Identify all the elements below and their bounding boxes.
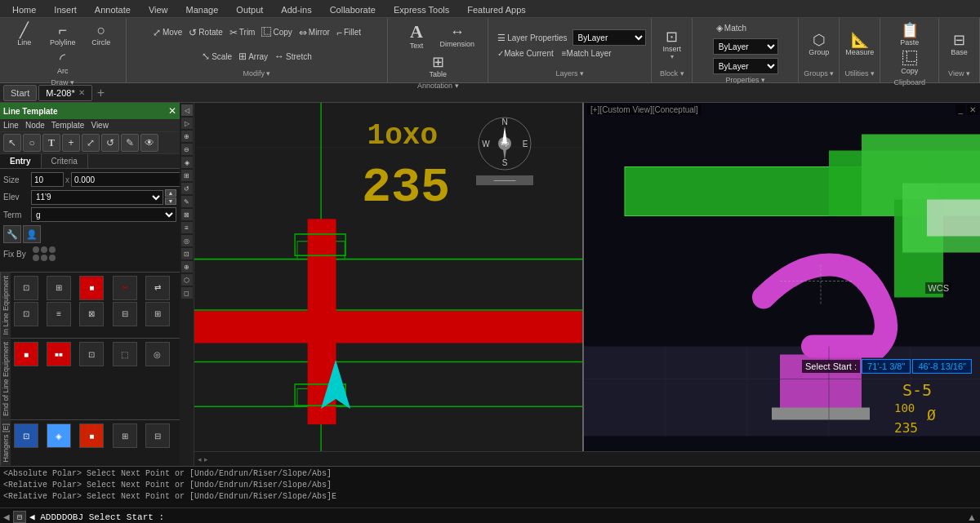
doc-tab-close-icon[interactable]: ✕ (78, 88, 85, 97)
polyline-button[interactable]: ⌐ Polyline (44, 21, 81, 48)
tab-output[interactable]: Output (227, 2, 272, 17)
groups-dropdown[interactable]: ▾ (830, 69, 834, 78)
equip-item-7[interactable]: ≡ (47, 302, 71, 326)
edge-icon-7[interactable]: ↺ (181, 183, 193, 194)
fix-dot-4[interactable] (33, 255, 39, 261)
menu-line[interactable]: Line (3, 121, 19, 130)
end-equip-4[interactable]: ⬚ (113, 342, 137, 366)
tb-refresh-btn[interactable]: ↺ (101, 134, 119, 152)
mirror-button[interactable]: ⇔Mirror (296, 26, 332, 39)
array-button[interactable]: ⊞Array (236, 50, 270, 63)
scale-button[interactable]: ⤡Scale (199, 50, 234, 63)
edge-icon-8[interactable]: ✎ (181, 196, 193, 207)
tab-view[interactable]: View (140, 2, 177, 17)
layer-properties-button[interactable]: ☰ Layer Properties (494, 31, 570, 45)
edge-icon-3[interactable]: ⊕ (181, 131, 193, 142)
layers-dropdown[interactable]: ▾ (580, 69, 584, 78)
arc-button[interactable]: ◜ Arc (44, 50, 81, 77)
modify-dropdown[interactable]: ▾ (266, 69, 270, 78)
hanger-4[interactable]: ⊞ (113, 423, 137, 448)
elev-up-btn[interactable]: ▲ (165, 189, 176, 197)
hanger-3[interactable]: ■ (79, 423, 104, 448)
annotation-dropdown[interactable]: ▾ (455, 82, 459, 90)
tab-annotate[interactable]: Annotate (86, 2, 140, 17)
fillet-button[interactable]: ⌐Fillet (334, 26, 363, 39)
tb-select-btn[interactable]: ↖ (3, 134, 21, 152)
stretch-button[interactable]: ↔Stretch (272, 50, 314, 63)
edge-icon-10[interactable]: ≡ (181, 222, 193, 233)
edge-icon-1[interactable]: ◁ (181, 104, 193, 116)
edge-icon-9[interactable]: ⊠ (181, 209, 193, 220)
fix-dot-1[interactable] (33, 246, 39, 253)
equip-item-2[interactable]: ⊞ (47, 276, 71, 300)
size-input[interactable] (31, 172, 64, 187)
canvas-2d[interactable]: 1oxo 235 N S W E top (194, 103, 584, 451)
table-button[interactable]: ⊞ Table (420, 53, 457, 80)
doc-tab-add-button[interactable]: + (94, 86, 108, 100)
fix-dot-3[interactable] (49, 246, 56, 253)
elev-down-btn[interactable]: ▼ (165, 197, 176, 205)
equip-item-1[interactable]: ⊡ (14, 276, 38, 300)
fix-dot-6[interactable] (49, 255, 56, 261)
equip-item-9[interactable]: ⊟ (113, 302, 137, 326)
tab-express[interactable]: Express Tools (385, 2, 458, 17)
tb-move-btn[interactable]: ⤢ (82, 134, 100, 152)
edge-icon-6[interactable]: ⊞ (181, 170, 193, 181)
tab-featured[interactable]: Featured Apps (458, 2, 535, 17)
doc-tab-m208[interactable]: M-208* ✕ (38, 85, 91, 101)
end-equip-5[interactable]: ◎ (145, 342, 170, 366)
tb-circle-btn[interactable]: ○ (23, 134, 41, 152)
equip-item-5[interactable]: ⇄ (145, 276, 170, 300)
hanger-1[interactable]: ⊡ (14, 423, 38, 448)
edge-icon-12[interactable]: ⊡ (181, 248, 193, 259)
match-layer-button[interactable]: ≡Match Layer (559, 47, 615, 60)
tab-entry[interactable]: Entry (0, 154, 42, 168)
base-button[interactable]: ⊟ Base (941, 31, 978, 58)
line-button[interactable]: ╱ Line (6, 21, 42, 48)
circle-button[interactable]: ○ Circle (82, 21, 119, 48)
edge-icon-11[interactable]: ◎ (181, 235, 193, 246)
edge-icon-2[interactable]: ▷ (181, 117, 193, 129)
view-dropdown[interactable]: ▾ (966, 69, 970, 78)
tb-view-btn[interactable]: 👁 (140, 134, 158, 152)
menu-template[interactable]: Template (51, 121, 85, 130)
paste-button[interactable]: 📋 Paste (891, 21, 928, 48)
measure-button[interactable]: 📐 Measure (841, 31, 878, 58)
menu-node[interactable]: Node (25, 121, 45, 130)
match-properties-button[interactable]: ◈ Match (713, 21, 750, 35)
edge-icon-14[interactable]: ⬡ (181, 274, 193, 286)
rotate-button[interactable]: ↺Rotate (186, 26, 225, 39)
tab-home[interactable]: Home (3, 2, 45, 17)
utilities-dropdown[interactable]: ▾ (871, 69, 875, 78)
cmd-left-arrow[interactable]: ◀ (3, 512, 10, 521)
edge-icon-13[interactable]: ⊕ (181, 261, 193, 273)
tab-insert[interactable]: Insert (45, 2, 86, 17)
edge-icon-5[interactable]: ◈ (181, 157, 193, 168)
fix-dot-5[interactable] (41, 255, 47, 261)
menu-view[interactable]: View (91, 121, 109, 130)
view-3d-minimize-btn[interactable]: _ (956, 104, 965, 115)
move-button[interactable]: ⤢Move (150, 26, 185, 39)
color-select[interactable]: ByLayer (713, 38, 778, 55)
doc-tab-start[interactable]: Start (3, 85, 37, 101)
equip-item-3[interactable]: ■ (79, 276, 104, 300)
linetype-select[interactable]: ByLayer (713, 58, 778, 74)
fix-dot-2[interactable] (41, 246, 47, 253)
tab-manage[interactable]: Manage (177, 2, 228, 17)
layer-select[interactable]: ByLayer (572, 29, 646, 46)
cmd-up-arrow[interactable]: ▲ (967, 512, 977, 523)
view-3d-close-btn[interactable]: ✕ (967, 104, 978, 115)
wrench-icon-btn[interactable]: 🔧 (3, 225, 21, 243)
block-dropdown[interactable]: ▾ (680, 69, 684, 78)
term-select[interactable]: g (31, 207, 176, 222)
tab-collab[interactable]: Collaborate (321, 2, 385, 17)
copy-button[interactable]: ⿺Copy (259, 26, 294, 39)
make-current-button[interactable]: ✓Make Current (494, 47, 557, 60)
group-button[interactable]: ⬡ Group (800, 31, 837, 58)
tab-criteria[interactable]: Criteria (42, 154, 88, 168)
tb-plus-btn[interactable]: + (62, 134, 80, 152)
person-icon-btn[interactable]: 👤 (23, 225, 41, 243)
command-input[interactable] (167, 512, 967, 522)
text-button[interactable]: A Text (399, 21, 435, 51)
tb-edit-btn[interactable]: ✎ (121, 134, 139, 152)
